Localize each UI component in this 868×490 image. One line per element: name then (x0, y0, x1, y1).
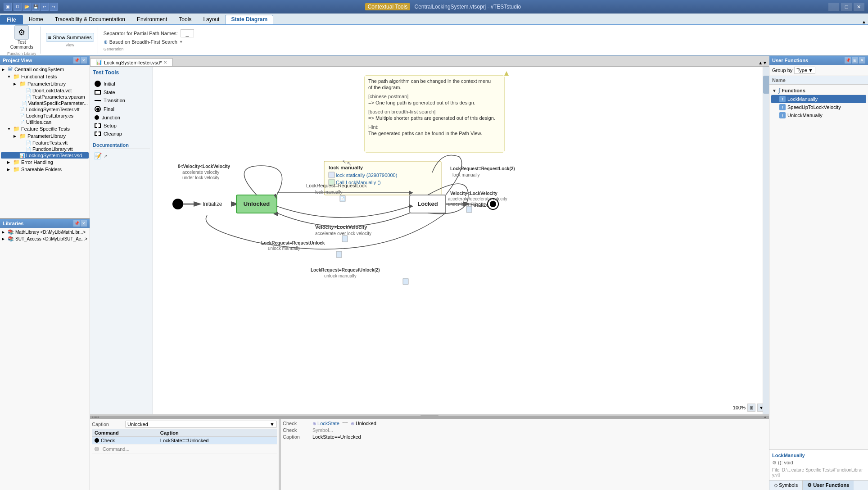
diagram-nav-down[interactable]: ▼ (763, 60, 767, 65)
diagram-tab-label: LockingSystemTester.vsd* (104, 60, 162, 65)
undo-icon[interactable]: ↩ (41, 3, 49, 11)
tree-root[interactable]: ▶ 🏛 CentralLockingSystem (1, 66, 89, 73)
ribbon-collapse-btn[interactable]: ▲ (862, 19, 866, 24)
diagram-nav-up[interactable]: ▲ (758, 60, 763, 65)
tab-layout[interactable]: Layout (197, 15, 225, 24)
func-unlock-manually-icon: f (779, 112, 786, 118)
functions-section-header: ▼ ∫ Functions (771, 86, 866, 95)
svg-text:The path algorithm can be chan: The path algorithm can be changed in the… (368, 78, 491, 84)
svg-text:accelerate velocity: accelerate velocity (182, 170, 219, 175)
title-bar-left: ▣ 🗋 📂 💾 ↩ ↪ (4, 3, 58, 11)
tree-param-library-1[interactable]: ▶ 📁 ParameterLibrary (1, 80, 89, 87)
table-row[interactable]: Check LockState==Unlocked (92, 437, 277, 445)
tool-final[interactable]: Final (93, 104, 150, 113)
tree-locking-tester-vsd[interactable]: 📊 LockingSystemTester.vsd (1, 152, 89, 159)
tab-home[interactable]: Home (23, 15, 49, 24)
separator-input[interactable]: _ (181, 29, 194, 37)
center-area: 📊 LockingSystemTester.vsd* ✕ ▲ ▼ Test To… (90, 56, 769, 490)
func-lock-manually[interactable]: f LockManually (771, 95, 866, 103)
tree-feature-tests[interactable]: ▼ 📁 Feature Specific Tests (1, 125, 89, 132)
tool-state[interactable]: State (93, 88, 150, 96)
svg-text:LockRequest=RequestLock: LockRequest=RequestLock (306, 183, 367, 188)
caption-detail-row: Caption LockState==Unlocked (283, 434, 767, 440)
svg-rect-12 (329, 172, 335, 178)
sut-access-library[interactable]: ▶ 📚 SUT_Access <D:\MyLib\SUT_Ac...> (1, 236, 89, 242)
diagram-tab-main[interactable]: 📊 LockingSystemTester.vsd* ✕ (90, 58, 173, 66)
new-icon[interactable]: 🗋 (14, 3, 22, 11)
tool-setup[interactable]: Setup (93, 122, 150, 130)
tool-transition[interactable]: → Transition (93, 96, 150, 104)
tool-cleanup[interactable]: Cleanup (93, 130, 150, 138)
svg-text:lock manually: lock manually (452, 172, 480, 177)
tree-locking-tester-vtt[interactable]: 📄 LockingSystemTester.vtt (1, 106, 89, 113)
open-icon[interactable]: 📂 (23, 3, 31, 11)
tree-door-lock-data[interactable]: 📄 DoorLockData.vct (1, 87, 89, 94)
zoom-fit[interactable]: ⊞ (747, 404, 755, 412)
tool-junction[interactable]: Junction (93, 113, 150, 122)
user-functions-tab[interactable]: ⚙ User Functions (803, 481, 854, 490)
test-commands-btn[interactable]: ⚙ Test Commands (8, 24, 36, 50)
scroll-bar-v[interactable] (763, 67, 769, 414)
scroll-thumb-v[interactable] (763, 76, 769, 94)
user-functions-float[interactable]: ⊞ (852, 57, 858, 64)
doc-tool-item[interactable]: 📝 ↗ (93, 151, 150, 161)
svg-rect-38 (342, 236, 348, 242)
command-col-header: Command (92, 429, 158, 437)
tab-traceability[interactable]: Traceability & Documentation (49, 15, 131, 24)
caption-select[interactable]: Unlocked ▼ (125, 421, 277, 428)
window-title: Contextual Tools CentralLockingSystem.vt… (365, 4, 521, 10)
breadth-first-btn[interactable]: ⊕ Based on Breadth-First Search ▼ (104, 39, 194, 45)
detail-signature: ⚙ (): void (772, 460, 865, 466)
tab-state-diagram[interactable]: State Diagram (225, 15, 273, 24)
redo-icon[interactable]: ↪ (50, 3, 58, 11)
svg-text:0<Velocity<LockVelocity: 0<Velocity<LockVelocity (178, 164, 231, 169)
cleanup-icon (95, 132, 101, 136)
user-functions-close[interactable]: ✕ (859, 57, 865, 64)
project-view-pin[interactable]: 📌 (73, 57, 80, 64)
generation-group-label: Generation (104, 47, 194, 51)
tree-function-library-vtt[interactable]: 📄 FunctionLibrary.vtt (1, 146, 89, 152)
tree-feature-tests-vtt[interactable]: 📄 FeatureTests.vtt (1, 140, 89, 146)
separator-label: Separator for Partial Path Names: (104, 31, 178, 36)
svg-text:Velocity<LockVelocity: Velocity<LockVelocity (450, 191, 497, 196)
symbols-tab[interactable]: ◇ Symbols (769, 481, 803, 490)
tree-functional-tests[interactable]: ▼ 📁 Functional Tests (1, 73, 89, 80)
tree-test-params[interactable]: 📄 TestParameters.vparam (1, 94, 89, 100)
tab-tools[interactable]: Tools (173, 15, 197, 24)
tree-error-handling[interactable]: ▶ 📁 Error Handling (1, 159, 89, 166)
tool-initial[interactable]: Initial (93, 79, 150, 88)
math-library[interactable]: ▶ 📚 MathLibrary <D:\MyLib\MathLibr...> (1, 229, 89, 236)
tree-utilities[interactable]: 📄 Utilities.can (1, 119, 89, 125)
tree-variant-specific[interactable]: 📄 VariantSpecificParameter... (1, 100, 89, 106)
libraries-close[interactable]: ✕ (81, 220, 87, 227)
libraries-pin[interactable]: 📌 (73, 220, 80, 227)
tree-shareable-folders[interactable]: ▶ 📁 Shareable Folders (1, 166, 89, 173)
func-unlock-manually[interactable]: f UnlockManually (771, 111, 866, 119)
user-functions-pin[interactable]: 📌 (845, 57, 851, 64)
maximize-button[interactable]: □ (841, 3, 852, 11)
svg-point-17 (172, 199, 183, 209)
close-button[interactable]: ✕ (854, 3, 864, 11)
group-by-select[interactable]: Type ▼ (794, 67, 815, 74)
table-row-empty[interactable] (92, 445, 277, 454)
bottom-left: Caption Unlocked ▼ Command Caption (90, 419, 279, 490)
project-view-header: Project View 📌 ✕ (0, 56, 90, 65)
tree-locking-test-lib[interactable]: 📄 LockingTestLibrary.cs (1, 113, 89, 119)
tab-environment[interactable]: Environment (131, 15, 173, 24)
func-speed-up[interactable]: f SpeedUpToLockVelocity (771, 103, 866, 111)
project-view-close[interactable]: ✕ (81, 57, 87, 64)
libraries-header: Libraries 📌 ✕ (0, 219, 90, 228)
command-input[interactable] (101, 445, 274, 453)
project-tree: ▶ 🏛 CentralLockingSystem ▼ 📁 Functional … (0, 65, 90, 218)
minimize-button[interactable]: ─ (828, 3, 839, 11)
svg-text:lock manually: lock manually (329, 165, 363, 170)
save-icon[interactable]: 💾 (32, 3, 40, 11)
diagram-canvas[interactable]: The path algorithm can be changed in the… (153, 67, 769, 414)
tab-file[interactable]: File (0, 15, 23, 24)
diagram-tab-close[interactable]: ✕ (163, 60, 167, 65)
svg-text:lock manually: lock manually (315, 190, 343, 195)
tree-param-library-2[interactable]: ▶ 📁 ParameterLibrary (1, 132, 89, 140)
show-summaries-btn[interactable]: ≡ Show Summaries (46, 33, 94, 42)
functions-section: ▼ ∫ Functions f LockManually f SpeedUpTo… (771, 86, 866, 119)
svg-marker-1 (504, 71, 509, 76)
